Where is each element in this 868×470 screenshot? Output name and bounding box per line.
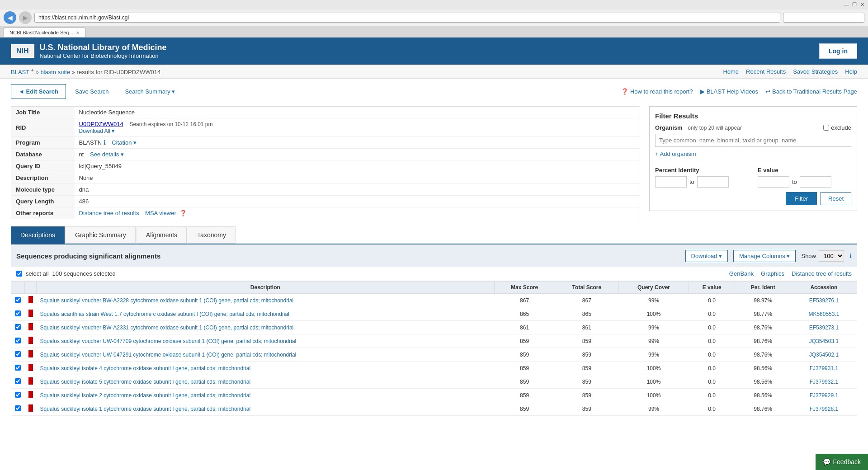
back-to-traditional-link[interactable]: ↩ Back to Traditional Results Page (765, 88, 857, 95)
reset-button[interactable]: Reset (821, 192, 851, 205)
description-link[interactable]: Squalus suckleyi isolate 5 cytochrome ox… (40, 379, 251, 385)
row-checkbox-cell[interactable] (11, 362, 25, 375)
th-per-ident[interactable]: Per. Ident (735, 282, 791, 294)
rid-link[interactable]: U0DPDZWW014 (79, 121, 123, 127)
tab-taxonomy[interactable]: Taxonomy (188, 226, 236, 244)
download-all-link[interactable]: Download All ▾ (79, 128, 115, 134)
blast-help-videos-link[interactable]: ▶ BLAST Help Videos (700, 88, 758, 95)
nav-saved-strategies[interactable]: Saved Strategies (793, 68, 838, 75)
results-controls: Download ▾ Manage Columns ▾ Show 100 50 … (685, 250, 852, 262)
description-link[interactable]: Squalus suckleyi voucher BW-A2331 cytoch… (40, 324, 294, 331)
row-checkbox[interactable] (15, 351, 21, 357)
row-checkbox-cell[interactable] (11, 334, 25, 348)
row-checkbox-cell[interactable] (11, 389, 25, 402)
th-max-score[interactable]: Max Score (494, 282, 555, 294)
row-checkbox[interactable] (15, 365, 21, 371)
accession-link[interactable]: JQ354502.1 (809, 352, 839, 358)
exclude-checkbox[interactable] (823, 125, 829, 131)
forward-button[interactable]: ▶ (19, 11, 32, 24)
distance-tree-results-link[interactable]: Distance tree of results (792, 270, 852, 277)
row-checkbox[interactable] (15, 392, 21, 398)
th-total-score[interactable]: Total Score (555, 282, 619, 294)
see-details-link[interactable]: See details ▾ (90, 151, 124, 158)
accession-link[interactable]: MK560553.1 (808, 311, 839, 317)
graphics-link[interactable]: Graphics (761, 270, 784, 277)
description-link[interactable]: Squalus acanthias strain West 1.7 cytoch… (40, 311, 289, 317)
back-button[interactable]: ◀ (4, 11, 16, 24)
row-checkbox-cell[interactable] (11, 375, 25, 389)
row-accession: FJ379928.1 (791, 402, 857, 416)
row-checkbox[interactable] (15, 338, 21, 343)
show-select[interactable]: 100 50 200 (819, 250, 844, 262)
row-checkbox[interactable] (15, 324, 21, 330)
description-link[interactable]: Squalus suckleyi voucher UW-047709 cytoc… (40, 338, 297, 344)
th-accession[interactable]: Accession (791, 282, 857, 294)
row-checkbox-cell[interactable] (11, 348, 25, 362)
organism-input[interactable] (655, 134, 851, 147)
description-link[interactable]: Squalus suckleyi voucher UW-047291 cytoc… (40, 352, 297, 358)
e-value-max[interactable] (800, 176, 831, 188)
select-all-checkbox[interactable] (16, 271, 22, 277)
search-summary-button[interactable]: Search Summary ▾ (118, 85, 182, 99)
description-label: Description (11, 172, 75, 184)
th-description[interactable]: Description (37, 282, 495, 294)
breadcrumb-blast[interactable]: BLAST (11, 69, 29, 75)
accession-link[interactable]: FJ379932.1 (810, 379, 838, 385)
description-link[interactable]: Squalus suckleyi isolate 1 cytochrome ox… (40, 406, 251, 412)
percent-identity-max[interactable] (697, 176, 729, 188)
manage-columns-button[interactable]: Manage Columns ▾ (733, 250, 796, 262)
results-info-icon[interactable]: ℹ (849, 253, 852, 259)
nav-home[interactable]: Home (723, 68, 739, 75)
row-e-value: 0.0 (689, 389, 735, 402)
row-checkbox-cell[interactable] (11, 321, 25, 334)
nav-recent-results[interactable]: Recent Results (746, 68, 786, 75)
edit-search-button[interactable]: ◄ Edit Search (11, 84, 66, 99)
two-col-layout: Job Title Nucleotide Sequence RID U0DPDZ… (11, 106, 857, 219)
filter-button[interactable]: Filter (786, 192, 817, 205)
accession-link[interactable]: EF539273.1 (809, 324, 839, 331)
row-checkbox-cell[interactable] (11, 402, 25, 416)
add-organism-link[interactable]: + Add organism (655, 150, 696, 157)
accession-link[interactable]: JQ354503.1 (809, 338, 839, 344)
description-link[interactable]: Squalus suckleyi voucher BW-A2328 cytoch… (40, 297, 294, 304)
tab-close-icon[interactable]: ✕ (76, 30, 80, 35)
restore-btn[interactable]: ❐ (852, 2, 857, 8)
row-checkbox[interactable] (15, 378, 21, 384)
msa-info-icon[interactable]: ❓ (179, 210, 187, 216)
description-link[interactable]: Squalus suckleyi isolate 4 cytochrome ox… (40, 365, 251, 371)
e-value-min[interactable] (758, 176, 789, 188)
distance-tree-link[interactable]: Distance tree of results (79, 210, 139, 216)
tab-graphic-summary[interactable]: Graphic Summary (66, 226, 136, 244)
accession-link[interactable]: FJ379929.1 (810, 392, 838, 399)
accession-link[interactable]: FJ379928.1 (810, 406, 838, 412)
save-search-button[interactable]: Save Search (68, 85, 116, 99)
row-checkbox[interactable] (15, 310, 21, 316)
genbank-link[interactable]: GenBank (729, 270, 754, 277)
accession-link[interactable]: EF539276.1 (809, 297, 839, 304)
nav-help[interactable]: Help (845, 68, 857, 75)
description-link[interactable]: Squalus suckleyi isolate 2 cytochrome ox… (40, 392, 251, 399)
how-to-read-link[interactable]: ❓ How to read this report? (621, 88, 693, 95)
url-bar[interactable]: https://blast.ncbi.nlm.nih.gov/Blast.cgi (34, 13, 780, 23)
close-btn[interactable]: ✕ (860, 2, 864, 8)
th-query-cover[interactable]: Query Cover (619, 282, 689, 294)
program-info-icon[interactable]: ℹ (104, 139, 106, 146)
citation-link[interactable]: Citation ▾ (112, 139, 137, 146)
breadcrumb-suite[interactable]: blastn suite (40, 69, 70, 75)
login-button[interactable]: Log in (819, 43, 857, 59)
browser-tab-ncbi[interactable]: NCBI Blast:Nucleotide Seq... ✕ (4, 28, 85, 37)
browser-search-input[interactable] (783, 13, 864, 23)
row-checkbox[interactable] (15, 297, 21, 303)
percent-identity-min[interactable] (655, 176, 687, 188)
th-e-value[interactable]: E value (689, 282, 735, 294)
tab-alignments[interactable]: Alignments (137, 226, 187, 244)
tab-descriptions[interactable]: Descriptions (11, 226, 65, 244)
row-checkbox-cell[interactable] (11, 294, 25, 307)
row-checkbox[interactable] (15, 405, 21, 411)
percent-identity-to: to (689, 179, 694, 185)
row-checkbox-cell[interactable] (11, 307, 25, 321)
download-button[interactable]: Download ▾ (685, 250, 728, 262)
accession-link[interactable]: FJ379931.1 (810, 365, 838, 371)
msa-link[interactable]: MSA viewer (145, 210, 176, 216)
minimize-btn[interactable]: — (844, 2, 849, 8)
